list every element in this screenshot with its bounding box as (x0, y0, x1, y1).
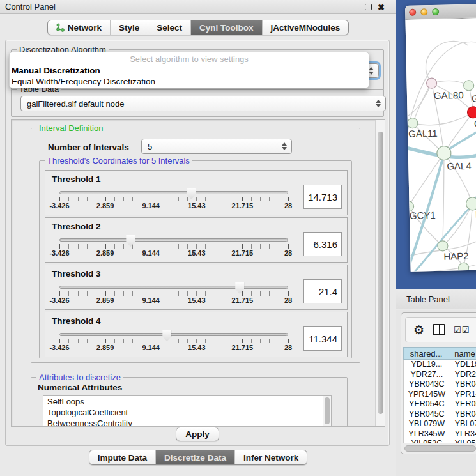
table-data-combobox[interactable]: galFiltered.sif default node (20, 96, 386, 111)
list-scrollbar[interactable] (323, 396, 331, 427)
threshold-2-slider[interactable] (59, 238, 288, 242)
numerical-attributes-label: Numerical Attributes (38, 383, 122, 392)
gear-icon[interactable]: ⚙ (413, 324, 424, 336)
node-hap2[interactable] (438, 241, 448, 251)
table-panel: ⚙ ☑☑ shared... name YDL19...YDL19... YDR… (396, 310, 476, 476)
thresholds-group: Threshold's Coordinates for 5 Intervals … (39, 160, 352, 358)
table-row[interactable]: YDL19...YDL19... (404, 360, 476, 370)
checkbox-icons[interactable]: ☑☑ (454, 325, 470, 335)
dropdown-hint: Select algorithm to view settings (10, 54, 369, 65)
threshold-4-panel: Threshold 4 -3.426 2.859 (45, 312, 348, 357)
list-item[interactable]: TopologicalCoefficient (43, 407, 331, 418)
threshold-4-slider[interactable] (59, 333, 288, 336)
node-table: shared... name YDL19...YDL19... YDR27...… (403, 347, 476, 443)
top-tab-bar: Network Style Select Cyni Toolbox jActiv… (0, 20, 396, 35)
node-gal11[interactable] (408, 118, 418, 128)
screen: Control Panel ✖ (0, 0, 476, 476)
group-title: Attributes to discretize (36, 372, 123, 382)
node-gal80[interactable] (426, 78, 436, 88)
attributes-list[interactable]: SelfLoops TopologicalCoefficient Between… (43, 395, 332, 427)
stepper-icon (369, 67, 374, 75)
threshold-1-panel: Threshold 1 -3.426 2.859 (45, 170, 348, 215)
table-row[interactable]: YLR345WYLR345W (404, 429, 476, 440)
threshold-3-value[interactable]: 21.4 (303, 279, 342, 303)
table-row[interactable]: YPR145WYPR145W (404, 390, 476, 400)
tab-impute-data[interactable]: Impute Data (89, 450, 156, 464)
table-panel-title: Table Panel (406, 295, 450, 304)
network-desktop: GAL80 GA C GAL11 GAL4 H GCY1 HAP2 (396, 0, 476, 289)
threshold-2-value[interactable]: 6.316 (303, 232, 342, 256)
attributes-group: Attributes to discretize Numerical Attri… (31, 377, 348, 427)
interval-definition-group: Interval Definition Number of Intervals … (31, 128, 360, 363)
zoom-traffic-light-icon[interactable] (432, 8, 439, 15)
tab-infer-network[interactable]: Infer Network (235, 450, 307, 464)
algorithm-dropdown-popup: Select algorithm to view settings Manual… (9, 52, 369, 88)
table-row[interactable]: YBL079WYBL079W (404, 419, 476, 429)
columns-icon[interactable] (433, 324, 445, 335)
table-panel-titlebar: Table Panel (396, 289, 476, 309)
list-item[interactable]: BetweennessCentrality (43, 418, 331, 427)
list-item[interactable]: SelfLoops (43, 396, 331, 407)
stepper-icon (282, 142, 287, 150)
table-row[interactable]: YBR045CYBR045C (404, 410, 476, 420)
dropdown-option-manual[interactable]: Manual Discretization (10, 65, 369, 76)
threshold-4-value[interactable]: 11.344 (303, 326, 342, 351)
tab-style[interactable]: Style (111, 20, 148, 35)
node-label: GA (472, 93, 476, 104)
close-icon[interactable]: ✖ (378, 3, 385, 12)
tab-jactivemnodules[interactable]: jActiveMNodules (263, 20, 349, 35)
tab-cyni-toolbox[interactable]: Cyni Toolbox (191, 20, 263, 35)
table-data-group: Table Data galFiltered.sif default node (11, 89, 384, 117)
node-bottom[interactable] (458, 263, 468, 272)
settings-scrollbar[interactable] (375, 120, 385, 427)
threshold-1-value[interactable]: 14.713 (303, 185, 342, 209)
threshold-2-panel: Threshold 2 -3.426 2.859 (45, 217, 348, 263)
threshold-3-slider[interactable] (59, 286, 288, 289)
network-view-window[interactable]: GAL80 GA C GAL11 GAL4 H GCY1 HAP2 (405, 4, 476, 272)
tab-select[interactable]: Select (148, 20, 191, 35)
column-header-shared-name[interactable]: shared... (403, 347, 449, 360)
table-row[interactable]: YER054CYER054C (404, 399, 476, 410)
minimize-traffic-light-icon[interactable] (420, 8, 427, 15)
table-row[interactable]: YIL052CYIL052C (404, 439, 476, 443)
group-title: Interval Definition (36, 123, 105, 133)
close-traffic-light-icon[interactable] (409, 9, 416, 16)
node-label: GCY1 (410, 210, 436, 221)
num-intervals-label: Number of Intervals (48, 142, 129, 152)
apply-button[interactable]: Apply (176, 427, 219, 441)
bottom-tab-bar: Impute Data Discretize Data Infer Networ… (0, 450, 396, 465)
tab-discretize-data[interactable]: Discretize Data (156, 450, 235, 464)
table-row[interactable]: YDR27...YDR27... (404, 370, 476, 380)
network-labels: GAL80 GA C GAL11 GAL4 H GCY1 HAP2 (407, 89, 476, 263)
dropdown-option-equal-width[interactable]: Equal Width/Frequency Discretization (10, 76, 369, 87)
node-gal-right[interactable] (464, 81, 474, 91)
cyni-toolbox-panel: Discretization Algorithm Select algorith… (5, 40, 390, 446)
group-title: Threshold's Coordinates for 5 Intervals (45, 156, 192, 165)
float-window-icon[interactable] (365, 4, 372, 10)
control-panel-titlebar: Control Panel ✖ (0, 0, 396, 14)
tab-network[interactable]: Network (48, 20, 111, 35)
table-toolbar: ⚙ ☑☑ (405, 317, 476, 342)
horizontal-scrollbar[interactable] (403, 445, 476, 452)
node-label: GAL4 (447, 160, 472, 172)
column-header-name[interactable]: name (449, 347, 476, 360)
tab-label: Network (68, 23, 102, 33)
node-gal4[interactable] (437, 146, 451, 160)
stepper-icon (376, 100, 381, 107)
num-intervals-value: 5 (142, 142, 152, 151)
control-panel: Control Panel ✖ (0, 0, 396, 476)
node-h[interactable] (466, 197, 476, 210)
network-canvas[interactable]: GAL80 GA C GAL11 GAL4 H GCY1 HAP2 (405, 18, 476, 272)
network-window-titlebar[interactable] (405, 4, 476, 20)
node-label: HAP2 (443, 250, 469, 262)
node-label: GAL11 (408, 128, 438, 139)
node-label: GAL80 (434, 89, 464, 101)
panel-title: Control Panel (5, 2, 56, 12)
network-icon (56, 23, 65, 32)
num-intervals-combobox[interactable]: 5 (141, 139, 292, 154)
table-rows: YDL19...YDL19... YDR27...YDR27... YBR043… (403, 360, 476, 443)
selected-table: galFiltered.sif default node (21, 99, 124, 109)
threshold-1-slider[interactable] (59, 191, 288, 194)
node-red-selected[interactable] (467, 107, 476, 118)
table-row[interactable]: YBR043CYBR043C (404, 380, 476, 390)
